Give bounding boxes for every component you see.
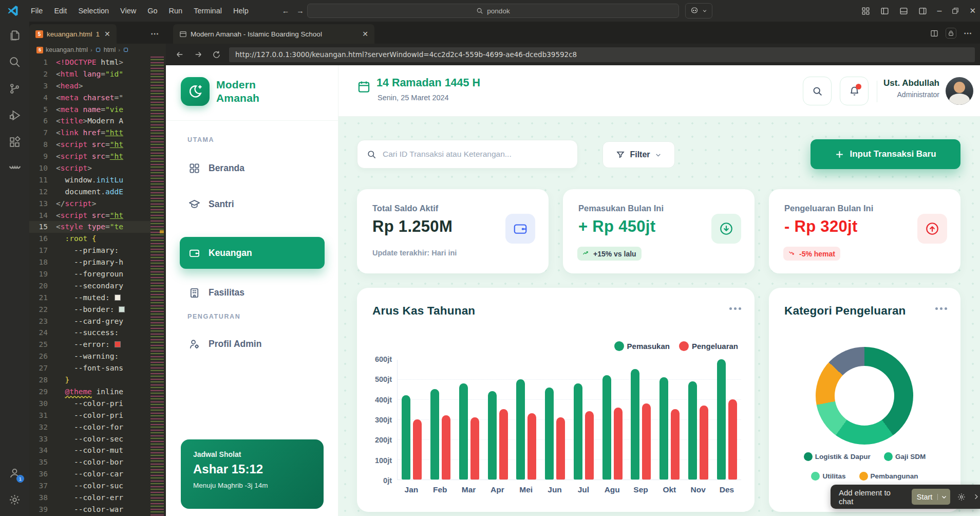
code-line[interactable]: 33 --color-sec [29,433,150,445]
bar-pemasukan-jan[interactable] [402,395,410,480]
restore-button[interactable] [952,7,959,14]
bar-pengeluaran-jan[interactable] [413,419,422,480]
split-editor-icon[interactable] [930,29,938,38]
code-line[interactable]: 20 --secondary [29,280,150,292]
code-line[interactable]: 26 --warning: [29,351,150,362]
more-options-button[interactable] [729,307,741,310]
sidebar-item-fasilitas[interactable]: Fasilitas [180,280,325,305]
minimize-button[interactable]: – [937,6,942,15]
start-button[interactable]: Start [912,489,951,505]
code-line[interactable]: 19 --foregroun [29,268,150,280]
code-line[interactable]: 29 @theme inline [29,386,150,398]
transaction-search-input[interactable]: Cari ID Transaksi atau Keterangan... [357,140,578,169]
bar-pengeluaran-mar[interactable] [470,417,479,480]
close-tab-icon[interactable]: ✕ [103,30,111,38]
code-line[interactable]: 7<link href="htt [29,127,150,139]
bar-pemasukan-des[interactable] [717,359,726,480]
bar-pengeluaran-okt[interactable] [671,409,680,480]
bar-pengeluaran-jul[interactable] [585,411,594,480]
bar-pengeluaran-feb[interactable] [442,415,450,480]
code-line[interactable]: 21 --muted: [29,292,150,304]
history-back-icon[interactable]: ← [282,7,290,15]
sidebar-item-keuangan[interactable]: Keuangan [180,237,325,269]
bar-pemasukan-agu[interactable] [602,375,611,480]
code-line[interactable]: 30 --color-pri [29,398,150,410]
code-line[interactable]: 31 --color-pri [29,410,150,421]
code-line[interactable]: 6<title>Modern A [29,115,150,127]
command-search-input[interactable]: pondok [307,4,679,18]
bar-pemasukan-mar[interactable] [459,383,468,480]
code-line[interactable]: 22 --border: [29,304,150,316]
code-line[interactable]: 18 --primary-h [29,256,150,268]
menu-go[interactable]: Go [142,5,163,17]
run-debug-icon[interactable] [0,102,29,128]
code-line[interactable]: 37 --color-suc [29,480,150,492]
bar-pemasukan-sep[interactable] [631,369,639,480]
account-icon[interactable]: 1 [0,459,29,486]
overlay-settings-gear-icon[interactable] [957,492,966,502]
browser-back-icon[interactable] [175,50,184,59]
breadcrumb-file[interactable]: keuangan.html [46,46,88,53]
bar-pemasukan-jul[interactable] [574,383,582,480]
avatar[interactable] [946,77,973,105]
code-line[interactable]: 12 document.addE [29,186,150,198]
code-line[interactable]: 15<style type="te [29,221,150,233]
header-search-button[interactable] [803,77,832,105]
code-line[interactable]: 34 --color-mut [29,445,150,456]
code-line[interactable]: 11 window.initLu [29,174,150,186]
browser-more-actions-icon[interactable]: ⋯ [964,28,973,38]
code-line[interactable]: 9<script src="ht [29,151,150,162]
code-line[interactable]: 24 --success: [29,327,150,339]
lock-button[interactable] [946,28,956,39]
menu-help[interactable]: Help [228,5,254,17]
code-line[interactable]: 17 --primary: [29,245,150,256]
code-line[interactable]: 5<meta name="vie [29,104,150,116]
settings-gear-icon[interactable] [0,486,29,513]
collapse-chevron-right-icon[interactable] [972,493,980,501]
explorer-icon[interactable] [0,22,29,48]
code-line[interactable]: 27 --font-sans [29,362,150,374]
code-line[interactable]: 25 --error: [29,339,150,351]
code-line[interactable]: 32 --color-for [29,421,150,433]
filter-button[interactable]: Filter [602,141,675,168]
code-line[interactable]: 2<html lang="id" [29,68,150,80]
code-line[interactable]: 35 --color-bor [29,456,150,468]
bar-pengeluaran-agu[interactable] [614,408,623,480]
bar-pemasukan-nov[interactable] [688,381,697,480]
code-line[interactable]: 36 --color-car [29,468,150,480]
url-bar[interactable]: http://127.0.0.1:3000/keuangan.html?serv… [229,47,975,62]
toggle-sidebar-icon[interactable] [880,7,889,15]
bar-pengeluaran-nov[interactable] [700,406,708,480]
code-line[interactable]: 13</script> [29,198,150,210]
bar-pengeluaran-des[interactable] [728,399,737,480]
bar-pengeluaran-sep[interactable] [642,403,651,480]
menu-edit[interactable]: Edit [48,5,72,17]
bar-pemasukan-okt[interactable] [659,377,668,480]
editor-more-actions-icon[interactable]: ⋯ [150,29,166,44]
minimap[interactable] [150,57,164,516]
menu-run[interactable]: Run [163,5,189,17]
extension-w-icon[interactable] [0,155,29,182]
toggle-panel-icon[interactable] [899,7,908,15]
chevron-down-icon[interactable] [937,494,950,500]
notifications-button[interactable] [840,77,869,105]
browser-reload-icon[interactable] [212,50,221,59]
menu-selection[interactable]: Selection [72,5,115,17]
code-line[interactable]: 4<meta charset=" [29,92,150,104]
menu-terminal[interactable]: Terminal [188,5,228,17]
bar-pemasukan-jun[interactable] [545,388,554,480]
history-forward-icon[interactable]: → [296,7,304,15]
sidebar-item-santri[interactable]: Santri [180,192,325,216]
menu-file[interactable]: File [25,5,48,17]
close-window-button[interactable]: ✕ [969,6,976,15]
bar-pemasukan-mei[interactable] [516,379,525,480]
code-line[interactable]: 3<head> [29,80,150,92]
code-line[interactable]: 28 } [29,374,150,386]
code-line[interactable]: 1<!DOCTYPE html> [29,57,150,68]
bar-pengeluaran-jun[interactable] [556,417,565,480]
tab-keuangan-html[interactable]: 5 keuangan.html 1 ✕ [29,24,117,44]
code-line[interactable]: 8<script src="ht [29,139,150,151]
browser-forward-icon[interactable] [194,50,203,59]
code-line[interactable]: 16 :root { [29,233,150,245]
code-line[interactable]: 14<script src="ht [29,210,150,222]
